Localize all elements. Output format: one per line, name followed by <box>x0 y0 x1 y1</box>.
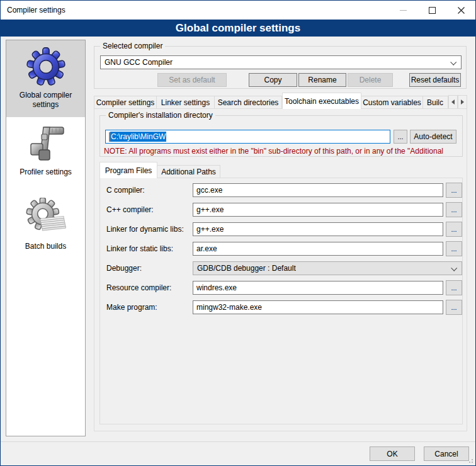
ok-button[interactable]: OK <box>370 446 415 461</box>
install-dir-note: NOTE: All programs must exist either in … <box>104 147 462 156</box>
install-dir-legend: Compiler's installation directory <box>106 111 215 120</box>
caption-buttons <box>388 1 475 20</box>
delete-button[interactable]: Delete <box>348 73 393 87</box>
compiler-select-value: GNU GCC Compiler <box>105 58 173 67</box>
tab-custom-variables[interactable]: Custom variables <box>361 96 423 109</box>
main-tab-strip: Compiler settings Linker settings Search… <box>94 93 467 109</box>
static-linker-input[interactable]: ar.exe <box>193 242 443 256</box>
tab-linker-settings[interactable]: Linker settings <box>157 96 215 109</box>
tab-toolchain-executables[interactable]: Toolchain executables <box>282 93 361 109</box>
tab-scroll-right-button[interactable] <box>458 95 467 109</box>
maximize-icon <box>429 7 436 14</box>
selected-compiler-group: Selected compiler GNU GCC Compiler Set a… <box>94 46 467 89</box>
blue-gear-icon <box>26 47 66 87</box>
chevron-down-icon <box>451 265 457 271</box>
browse-button[interactable]: ... <box>446 280 462 295</box>
field-label: Debugger: <box>106 261 191 275</box>
browse-button[interactable]: ... <box>446 222 462 237</box>
cpp-compiler-input[interactable]: g++.exe <box>193 203 443 217</box>
compiler-select[interactable]: GNU GCC Compiler <box>100 55 462 69</box>
sidebar-item-label: Global compiler settings <box>9 91 82 110</box>
close-button[interactable] <box>446 1 475 20</box>
selected-compiler-legend: Selected compiler <box>100 42 165 50</box>
browse-button[interactable]: ... <box>446 183 462 198</box>
window-title: Compiler settings <box>1 6 65 14</box>
chevron-down-icon <box>450 59 456 65</box>
browse-button[interactable]: ... <box>446 202 462 217</box>
make-program-input[interactable]: mingw32-make.exe <box>193 300 443 314</box>
cancel-button[interactable]: Cancel <box>424 446 469 461</box>
tab-compiler-settings[interactable]: Compiler settings <box>94 96 157 109</box>
resize-grip-icon[interactable] <box>467 457 473 463</box>
debugger-select-value: GDB/CDB debugger : Default <box>197 264 296 273</box>
field-label: Resource compiler: <box>106 281 191 295</box>
dialog-banner: Global compiler settings <box>1 20 475 37</box>
compiler-settings-dialog: Compiler settings Global compiler settin… <box>0 0 476 466</box>
reset-defaults-button[interactable]: Reset defaults <box>409 73 461 87</box>
sidebar-item-batch-builds[interactable]: Batch builds <box>6 191 85 266</box>
banner-title: Global compiler settings <box>176 22 300 35</box>
debugger-select[interactable]: GDB/CDB debugger : Default <box>193 261 462 275</box>
field-label: Linker for static libs: <box>106 242 191 256</box>
caliper-icon <box>26 123 66 164</box>
install-dir-browse-button[interactable]: ... <box>394 130 407 144</box>
settings-sidebar: Global compiler settings Profiler settin… <box>6 40 86 436</box>
maximize-button[interactable] <box>417 1 446 20</box>
program-files-tab-strip: Program Files Additional Paths <box>99 161 463 178</box>
footer-divider <box>1 441 475 442</box>
install-dir-value: C:\raylib\MinGW <box>110 132 166 142</box>
close-icon <box>458 7 465 14</box>
install-dir-group: Compiler's installation directory C:\ray… <box>99 115 463 157</box>
tab-build-options-truncated[interactable]: Builc <box>423 96 448 109</box>
toolchain-executables-page: Compiler's installation directory C:\ray… <box>94 108 467 431</box>
tab-search-directories[interactable]: Search directories <box>215 96 282 109</box>
sidebar-item-label: Batch builds <box>25 242 66 251</box>
arrow-right-icon <box>461 99 464 105</box>
copy-button[interactable]: Copy <box>249 73 297 87</box>
resource-compiler-input[interactable]: windres.exe <box>193 281 443 295</box>
set-as-default-button[interactable]: Set as default <box>157 73 227 87</box>
subtab-additional-paths[interactable]: Additional Paths <box>157 165 220 178</box>
program-files-panel: C compiler: gcc.exe ... C++ compiler: g+… <box>99 178 463 424</box>
tab-scroll-buttons <box>448 95 467 109</box>
field-label: C compiler: <box>106 183 191 197</box>
auto-detect-button[interactable]: Auto-detect <box>410 130 456 144</box>
minimize-icon <box>400 10 407 11</box>
sidebar-item-global-compiler-settings[interactable]: Global compiler settings <box>6 40 85 117</box>
browse-button[interactable]: ... <box>446 241 462 256</box>
rename-button[interactable]: Rename <box>298 73 346 87</box>
arrow-left-icon <box>451 99 455 105</box>
dynamic-linker-input[interactable]: g++.exe <box>193 222 443 236</box>
tab-scroll-left-button[interactable] <box>448 95 458 109</box>
minimize-button[interactable] <box>388 1 417 20</box>
titlebar[interactable]: Compiler settings <box>1 1 475 20</box>
field-label: C++ compiler: <box>106 203 191 217</box>
sidebar-item-profiler-settings[interactable]: Profiler settings <box>6 117 85 191</box>
browse-button[interactable]: ... <box>446 300 462 315</box>
sidebar-item-label: Profiler settings <box>20 168 72 177</box>
install-dir-input[interactable]: C:\raylib\MinGW <box>105 130 390 144</box>
subtab-program-files[interactable]: Program Files <box>99 162 157 178</box>
field-label: Make program: <box>106 300 191 314</box>
c-compiler-input[interactable]: gcc.exe <box>193 183 443 197</box>
field-label: Linker for dynamic libs: <box>106 222 191 236</box>
gray-gear-stack-icon <box>26 198 66 238</box>
